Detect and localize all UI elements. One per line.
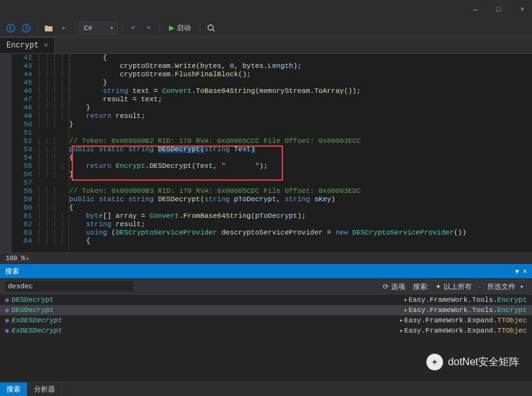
- tab-label: Encrypt: [6, 41, 38, 50]
- zoom-combo[interactable]: 100 % ▾: [4, 254, 31, 263]
- search-in-label: 搜索:: [413, 282, 429, 292]
- code-editor[interactable]: 4243444546474849505152535455565758596061…: [0, 54, 532, 252]
- svg-point-0: [7, 24, 15, 32]
- search-scope-combo[interactable]: ✦以上所有: [431, 280, 476, 293]
- code-area[interactable]: { cryptoStream.Write(bytes, 0, bytes.Len…: [69, 54, 532, 252]
- search-input[interactable]: [5, 281, 133, 292]
- search-results: ◉DESDecrypt✦Easy.FrameWork.Tools.Encrypt…: [0, 295, 532, 396]
- main-toolbar: ▸ C#▾ ↶ ↷ ▶启动: [0, 19, 532, 37]
- bottom-tabs: 搜索 分析器: [0, 382, 532, 396]
- separator: [75, 22, 76, 34]
- search-result-row[interactable]: ◉DESDecrypt✦Easy.FrameWork.Tools.Encrypt: [0, 305, 532, 315]
- back-button[interactable]: [4, 21, 18, 35]
- open-file-button[interactable]: [42, 21, 56, 35]
- play-icon: ▶: [169, 24, 174, 32]
- editor-status-row: 100 % ▾: [0, 252, 532, 264]
- undo-button[interactable]: ↶: [126, 21, 140, 35]
- run-button[interactable]: ▶启动: [164, 21, 196, 35]
- close-button[interactable]: ×: [515, 4, 529, 15]
- wechat-icon: ✦: [426, 354, 443, 370]
- watermark-text: dotNet安全矩阵: [448, 356, 519, 369]
- close-panel-icon[interactable]: ×: [523, 267, 527, 276]
- options-label[interactable]: 选项: [391, 282, 405, 292]
- options-icon[interactable]: ⟳: [383, 283, 389, 291]
- footer-tab-search[interactable]: 搜索: [0, 383, 28, 396]
- line-number-gutter: 4243444546474849505152535455565758596061…: [12, 54, 37, 252]
- separator: [37, 22, 38, 34]
- svg-line-3: [213, 29, 214, 31]
- separator: [122, 22, 122, 34]
- fold-outline-margin[interactable]: ┊ ┊ ┊ ┊ ┊ ┊ ┊ ┊ ┊ ┊ ┊ ┊ ┊ ┊ ┊ ┊ ┊ ┊ ┊ ┊ …: [37, 54, 69, 252]
- search-result-row[interactable]: ◉ExDESDecrypt✦Easy.FrameWork.Expand.TTOb…: [0, 315, 532, 326]
- search-title-label: 搜索: [5, 267, 19, 276]
- separator: [200, 22, 200, 34]
- minimize-button[interactable]: —: [468, 4, 483, 15]
- search-panel: 搜索 ▾ × ⟳ 选项 搜索: ✦以上所有 - 所选文件▾ ◉DESDecryp…: [0, 264, 532, 396]
- breakpoint-margin[interactable]: [0, 54, 12, 252]
- redo-button[interactable]: ↷: [141, 21, 156, 35]
- search-result-row[interactable]: ◉ExDESDecrypt✦Easy.FrameWork.Expand.TTOb…: [0, 326, 532, 336]
- search-bar: ⟳ 选项 搜索: ✦以上所有 - 所选文件▾: [0, 278, 532, 295]
- open-list-button[interactable]: ▸: [57, 21, 71, 35]
- svg-point-2: [208, 25, 213, 30]
- pin-icon[interactable]: ▾: [515, 267, 519, 276]
- tab-close-icon[interactable]: ×: [44, 42, 48, 49]
- footer-tab-analyzer[interactable]: 分析器: [28, 383, 62, 396]
- maximize-button[interactable]: □: [492, 4, 506, 15]
- watermark: ✦ dotNet安全矩阵: [426, 354, 519, 370]
- search-result-row[interactable]: ◉DESDecrypt✦Easy.FrameWork.Tools.Encrypt: [0, 295, 532, 305]
- separator: [159, 22, 160, 34]
- language-combo[interactable]: C#▾: [79, 22, 118, 35]
- editor-tabs: Encrypt ×: [0, 37, 532, 54]
- forward-button[interactable]: [19, 21, 33, 35]
- search-files-combo[interactable]: 所选文件▾: [483, 280, 527, 293]
- search-panel-title: 搜索 ▾ ×: [0, 265, 532, 278]
- svg-point-1: [22, 24, 30, 32]
- tab-encrypt[interactable]: Encrypt ×: [0, 37, 55, 53]
- window-titlebar: — □ ×: [0, 0, 532, 19]
- search-button[interactable]: [204, 21, 218, 35]
